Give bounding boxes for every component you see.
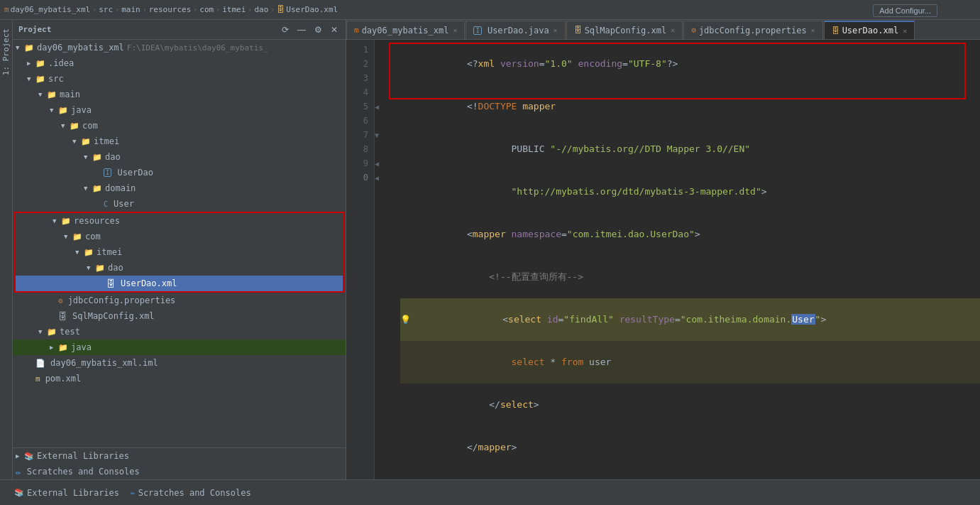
line-num-4: 4 [346, 85, 368, 99]
breadcrumb-item-main[interactable]: main [121, 5, 141, 14]
tab-sqlmapconfig-close[interactable]: ✕ [671, 26, 675, 34]
code-text-9: </select> [400, 384, 539, 426]
sidebar-header: Project ⟳ — ⚙ ✕ [13, 20, 346, 40]
tree-label-userdao-xml: UserDao.xml [121, 278, 177, 288]
editor-area: m day06_mybatis_xml ✕ I UserDao.java ✕ 🗄… [346, 20, 980, 479]
folder-dao-res-icon: 📁 [95, 264, 105, 273]
tab-userdao-xml[interactable]: 🗄 UserDao.xml ✕ [824, 21, 915, 39]
fold-icon-7[interactable]: ▼ [375, 131, 379, 139]
arrow-itmei-res: ▼ [75, 249, 84, 256]
gutter-1 [375, 43, 389, 57]
sqlmap-xml-icon: 🗄 [58, 311, 67, 322]
line-num-6: 6 [346, 114, 368, 128]
tree-item-sqlmapconfig[interactable]: ▶ 🗄 SqlMapConfig.xml [13, 308, 346, 324]
tree-item-pom[interactable]: ▶ m pom.xml [13, 371, 346, 386]
tab-day06-close[interactable]: ✕ [453, 26, 457, 34]
tree-label-dao-res: dao [108, 263, 123, 273]
fold-icon-5[interactable]: ◀ [375, 103, 379, 111]
main-layout: 1: Project Project ⟳ — ⚙ ✕ ▼ 📁 day06_myb… [0, 20, 980, 479]
breadcrumb-item-itmei[interactable]: itmei [222, 5, 246, 14]
tree-item-resources[interactable]: ▼ 📁 resources [16, 213, 343, 229]
properties-file-icon: ⚙ [58, 296, 63, 305]
tree-item-test[interactable]: ▼ 📁 test [13, 324, 346, 340]
tree-item-external-libraries[interactable]: ▶ 📚 External Libraries [13, 448, 346, 464]
iml-file-icon: 📄 [35, 359, 45, 368]
tree-item-main[interactable]: ▼ 📁 main [13, 87, 346, 102]
tree-item-userdao-xml[interactable]: ▶ 🗄 UserDao.xml [16, 276, 343, 291]
arrow-java-test: ▶ [50, 344, 58, 351]
line-num-9: 9 [346, 156, 368, 170]
tree-label-idea: .idea [48, 58, 74, 68]
tab-jdbcconfig[interactable]: ⚙ jdbcConfig.properties ✕ [683, 21, 822, 39]
tab-day06[interactable]: m day06_mybatis_xml ✕ [346, 21, 465, 39]
gutter-4 [375, 85, 389, 99]
collapse-button[interactable]: — [295, 24, 308, 36]
tree-item-root[interactable]: ▼ 📁 day06_mybatis_xml F:\IDEA\mybatis\da… [13, 40, 346, 55]
tree-item-iml[interactable]: ▶ 📄 day06_mybatis_xml.iml [13, 355, 346, 371]
arrow-dao-res: ▼ [87, 264, 95, 271]
tree-label-test: test [60, 327, 80, 337]
lightbulb-icon[interactable]: 💡 [400, 313, 411, 327]
editor-content: 1 2 3 4 5 6 7 8 9 0 ◀ [346, 40, 980, 479]
tree-item-scratches[interactable]: ✏ Scratches and Consoles [13, 464, 346, 479]
tab-sqlmapconfig[interactable]: 🗄 SqlMapConfig.xml ✕ [566, 21, 683, 39]
tree-item-com[interactable]: ▼ 📁 com [13, 118, 346, 134]
tab-jdbcconfig-icon: ⚙ [691, 26, 696, 35]
breadcrumb-item-com[interactable]: com [199, 5, 214, 14]
tab-userdao-java-close[interactable]: ✕ [554, 26, 558, 34]
project-sidebar: Project ⟳ — ⚙ ✕ ▼ 📁 day06_mybatis_xml F:… [13, 20, 346, 479]
add-config-button[interactable]: Add Configur... [873, 4, 937, 17]
arrow-root: ▼ [16, 44, 24, 51]
breadcrumb-item-resources[interactable]: resources [149, 5, 192, 14]
breadcrumb-item-dao[interactable]: dao [254, 5, 268, 14]
tree-item-src[interactable]: ▼ 📁 src [13, 71, 346, 87]
project-panel-tab[interactable]: 1: Project [0, 20, 13, 479]
tree-item-userdao[interactable]: ▶ I UserDao [13, 165, 346, 180]
tree-item-dao-java[interactable]: ▼ 📁 dao [13, 149, 346, 165]
tree-label-pom: pom.xml [45, 374, 82, 384]
arrow-com-res: ▼ [64, 233, 72, 240]
tree-item-java-test[interactable]: ▶ 📁 java [13, 340, 346, 355]
breadcrumb-item-src[interactable]: src [99, 5, 113, 14]
sync-button[interactable]: ⟳ [280, 24, 291, 36]
folder-src-icon: 📁 [35, 75, 45, 84]
breadcrumb: m day06_mybatis_xml › src › main › resou… [4, 5, 338, 14]
scratches-bottom-icon: ✏ [131, 488, 136, 497]
arrow-src: ▼ [27, 75, 35, 82]
breadcrumb-item-file[interactable]: 🗄 UserDao.xml [277, 5, 338, 14]
tree-item-dao-res[interactable]: ▼ 📁 dao [16, 260, 343, 276]
hide-button[interactable]: ✕ [329, 24, 340, 36]
tab-userdao-xml-icon: 🗄 [832, 26, 839, 36]
settings-button[interactable]: ⚙ [312, 24, 324, 36]
sidebar-title: Project [18, 25, 51, 34]
tree-item-com-res[interactable]: ▼ 📁 com [16, 229, 343, 244]
code-text-8: select * from user [400, 341, 611, 384]
tab-jdbcconfig-close[interactable]: ✕ [811, 26, 815, 34]
breadcrumb-item-root[interactable]: m day06_mybatis_xml [4, 5, 90, 14]
external-libraries-item[interactable]: 📚 External Libraries [9, 485, 125, 501]
highlighted-word-user: User [791, 314, 815, 325]
tree-label-com: com [82, 121, 98, 131]
gutter-8 [375, 142, 389, 156]
code-text-5: <mapper namespace="com.itmei.dao.UserDao… [400, 213, 700, 256]
code-text-4: "http://mybatis.org/dtd/mybatis-3-mapper… [400, 170, 767, 213]
tree-item-itmei-res[interactable]: ▼ 📁 itmei [16, 244, 343, 260]
tab-userdao-xml-close[interactable]: ✕ [903, 27, 907, 35]
folder-resources-icon: 📁 [61, 217, 71, 226]
fold-icon-9[interactable]: ◀ [375, 160, 379, 168]
tab-userdao-java[interactable]: I UserDao.java ✕ [466, 21, 565, 39]
gutter-5: ◀ [375, 99, 389, 114]
tree-item-domain[interactable]: ▼ 📁 domain [13, 180, 346, 196]
tree-label-main: main [60, 89, 80, 99]
sidebar-actions: ⟳ — ⚙ ✕ [280, 24, 340, 36]
tree-label-java-test: java [71, 342, 92, 352]
tree-item-java[interactable]: ▼ 📁 java [13, 102, 346, 118]
tree-item-user[interactable]: ▶ C User [13, 196, 346, 212]
line-numbers: 1 2 3 4 5 6 7 8 9 0 [346, 40, 375, 479]
tree-item-jdbcconfig[interactable]: ▶ ⚙ jdbcConfig.properties [13, 293, 346, 308]
tree-item-itmei[interactable]: ▼ 📁 itmei [13, 134, 346, 149]
code-editor[interactable]: <?xml version="1.0" encoding="UTF-8"?> <… [389, 40, 980, 479]
tree-item-idea[interactable]: ▶ 📁 .idea [13, 55, 346, 71]
fold-icon-10[interactable]: ◀ [375, 174, 379, 182]
scratches-item[interactable]: ✏ Scratches and Consoles [125, 485, 257, 501]
